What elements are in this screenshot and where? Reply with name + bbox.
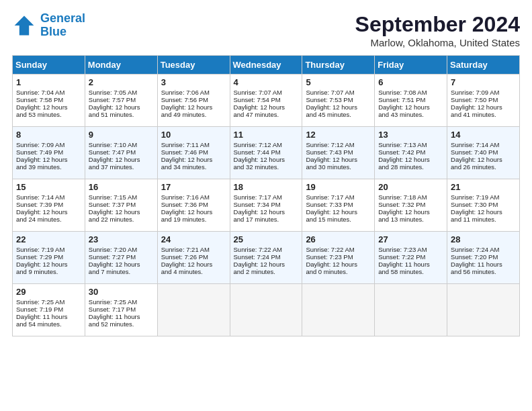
day-info: Sunset: 7:40 PM <box>451 148 516 156</box>
day-cell: 22Sunrise: 7:19 AMSunset: 7:29 PMDayligh… <box>13 232 85 284</box>
day-cell: 14Sunrise: 7:14 AMSunset: 7:40 PMDayligh… <box>447 127 520 179</box>
day-cell: 17Sunrise: 7:16 AMSunset: 7:36 PMDayligh… <box>157 179 230 232</box>
day-info: Daylight: 12 hours <box>161 261 226 268</box>
day-info: and 11 minutes. <box>451 216 516 223</box>
day-info: Sunset: 7:19 PM <box>16 306 81 313</box>
header-row: SundayMondayTuesdayWednesdayThursdayFrid… <box>13 56 520 75</box>
day-cell: 7Sunrise: 7:09 AMSunset: 7:50 PMDaylight… <box>447 75 520 127</box>
day-number: 30 <box>89 287 154 297</box>
day-number: 14 <box>451 130 516 140</box>
day-info: Sunrise: 7:19 AM <box>451 193 516 201</box>
col-header-tuesday: Tuesday <box>157 56 230 75</box>
day-info: Sunrise: 7:15 AM <box>89 193 154 201</box>
day-info: Daylight: 12 hours <box>306 103 371 111</box>
day-info: Daylight: 12 hours <box>161 103 226 111</box>
day-info: Sunrise: 7:14 AM <box>16 193 81 201</box>
day-number: 10 <box>161 130 226 140</box>
day-info: Daylight: 11 hours <box>451 261 516 268</box>
day-cell <box>375 284 447 336</box>
day-info: Daylight: 12 hours <box>234 156 299 163</box>
day-number: 13 <box>378 130 443 140</box>
day-cell: 20Sunrise: 7:18 AMSunset: 7:32 PMDayligh… <box>375 179 447 232</box>
day-info: and 39 minutes. <box>16 163 81 171</box>
day-cell: 28Sunrise: 7:24 AMSunset: 7:20 PMDayligh… <box>447 232 520 284</box>
day-info: and 45 minutes. <box>306 111 371 118</box>
day-info: Sunrise: 7:18 AM <box>378 193 443 201</box>
subtitle: Marlow, Oklahoma, United States <box>355 37 520 48</box>
day-info: Daylight: 12 hours <box>89 156 154 163</box>
header: General Blue September 2024 Marlow, Okla… <box>12 12 520 48</box>
day-info: and 0 minutes. <box>306 268 371 275</box>
col-header-monday: Monday <box>85 56 157 75</box>
day-info: Sunset: 7:22 PM <box>378 253 443 261</box>
day-number: 4 <box>234 77 299 87</box>
day-info: Sunset: 7:54 PM <box>234 96 299 103</box>
day-info: and 32 minutes. <box>234 163 299 171</box>
day-number: 9 <box>89 130 154 140</box>
day-info: Daylight: 12 hours <box>16 156 81 163</box>
day-info: Sunset: 7:17 PM <box>89 306 154 313</box>
day-info: Daylight: 12 hours <box>378 156 443 163</box>
week-row-3: 15Sunrise: 7:14 AMSunset: 7:39 PMDayligh… <box>13 179 520 232</box>
day-number: 1 <box>16 77 81 87</box>
week-row-4: 22Sunrise: 7:19 AMSunset: 7:29 PMDayligh… <box>13 232 520 284</box>
title-block: September 2024 Marlow, Oklahoma, United … <box>355 12 520 48</box>
day-cell: 19Sunrise: 7:17 AMSunset: 7:33 PMDayligh… <box>302 179 375 232</box>
day-info: Sunrise: 7:12 AM <box>234 141 299 148</box>
day-number: 12 <box>306 130 371 140</box>
day-info: Sunrise: 7:08 AM <box>378 89 443 96</box>
day-number: 17 <box>161 182 226 192</box>
day-cell: 3Sunrise: 7:06 AMSunset: 7:56 PMDaylight… <box>157 75 230 127</box>
day-info: and 7 minutes. <box>89 268 154 275</box>
day-info: and 2 minutes. <box>234 268 299 275</box>
day-cell <box>157 284 230 336</box>
day-cell: 12Sunrise: 7:12 AMSunset: 7:43 PMDayligh… <box>302 127 375 179</box>
day-info: Sunset: 7:37 PM <box>89 201 154 208</box>
day-info: Daylight: 12 hours <box>16 103 81 111</box>
day-info: Sunset: 7:51 PM <box>378 96 443 103</box>
day-cell: 29Sunrise: 7:25 AMSunset: 7:19 PMDayligh… <box>13 284 85 336</box>
day-cell: 2Sunrise: 7:05 AMSunset: 7:57 PMDaylight… <box>85 75 157 127</box>
week-row-2: 8Sunrise: 7:09 AMSunset: 7:49 PMDaylight… <box>13 127 520 179</box>
logo: General Blue <box>12 12 85 39</box>
day-number: 3 <box>161 77 226 87</box>
week-row-5: 29Sunrise: 7:25 AMSunset: 7:19 PMDayligh… <box>13 284 520 336</box>
day-info: Sunrise: 7:07 AM <box>306 89 371 96</box>
day-info: Sunset: 7:44 PM <box>234 148 299 156</box>
day-cell: 1Sunrise: 7:04 AMSunset: 7:58 PMDaylight… <box>13 75 85 127</box>
day-info: and 17 minutes. <box>234 216 299 223</box>
day-info: Sunset: 7:49 PM <box>16 148 81 156</box>
day-cell: 15Sunrise: 7:14 AMSunset: 7:39 PMDayligh… <box>13 179 85 232</box>
day-info: Daylight: 12 hours <box>234 103 299 111</box>
day-info: Sunset: 7:32 PM <box>378 201 443 208</box>
day-info: Sunrise: 7:12 AM <box>306 141 371 148</box>
day-info: Sunrise: 7:11 AM <box>161 141 226 148</box>
day-number: 6 <box>378 77 443 87</box>
day-info: Sunset: 7:24 PM <box>234 253 299 261</box>
day-info: Sunrise: 7:04 AM <box>16 89 81 96</box>
day-info: Sunset: 7:29 PM <box>16 253 81 261</box>
day-info: and 41 minutes. <box>451 111 516 118</box>
day-cell: 8Sunrise: 7:09 AMSunset: 7:49 PMDaylight… <box>13 127 85 179</box>
col-header-thursday: Thursday <box>302 56 375 75</box>
day-number: 11 <box>234 130 299 140</box>
day-number: 26 <box>306 234 371 244</box>
day-number: 20 <box>378 182 443 192</box>
day-info: Sunrise: 7:22 AM <box>234 246 299 253</box>
day-info: and 56 minutes. <box>451 268 516 275</box>
col-header-sunday: Sunday <box>13 56 85 75</box>
day-cell: 30Sunrise: 7:25 AMSunset: 7:17 PMDayligh… <box>85 284 157 336</box>
day-info: Sunrise: 7:07 AM <box>234 89 299 96</box>
day-number: 16 <box>89 182 154 192</box>
logo-line2: Blue <box>40 25 66 38</box>
day-cell: 9Sunrise: 7:10 AMSunset: 7:47 PMDaylight… <box>85 127 157 179</box>
day-info: Sunrise: 7:05 AM <box>89 89 154 96</box>
day-info: Daylight: 12 hours <box>451 208 516 216</box>
day-info: Daylight: 12 hours <box>89 208 154 216</box>
day-number: 22 <box>16 234 81 244</box>
calendar-table: SundayMondayTuesdayWednesdayThursdayFrid… <box>12 55 520 336</box>
day-number: 24 <box>161 234 226 244</box>
day-cell: 24Sunrise: 7:21 AMSunset: 7:26 PMDayligh… <box>157 232 230 284</box>
day-number: 8 <box>16 130 81 140</box>
day-info: Sunset: 7:30 PM <box>451 201 516 208</box>
